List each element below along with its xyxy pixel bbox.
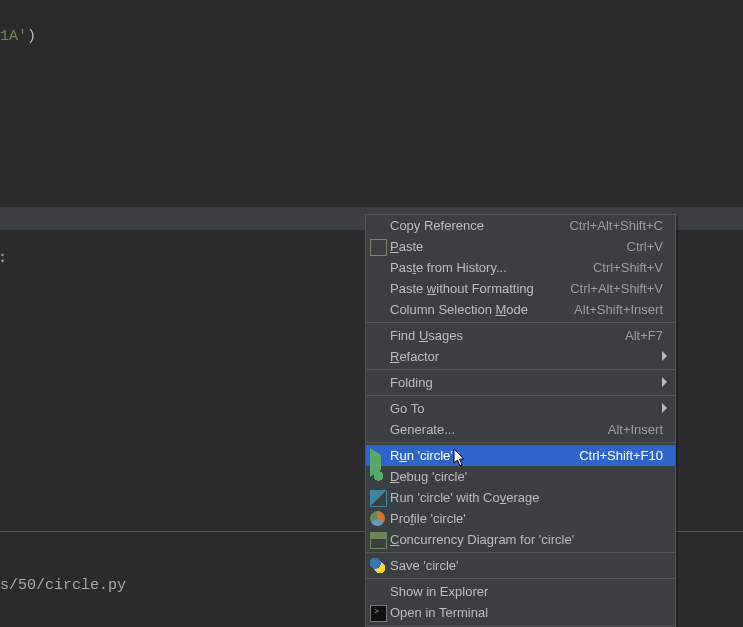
menu-item-label: Folding: [390, 372, 433, 393]
term-icon: [370, 605, 387, 622]
debug-icon: [370, 469, 387, 486]
submenu-arrow-icon: [662, 403, 667, 413]
menu-item-label: Refactor: [390, 346, 439, 367]
code-fragment: 1A'): [0, 28, 36, 45]
menu-item[interactable]: Go To: [366, 398, 675, 419]
concur-icon: [370, 532, 387, 549]
menu-item[interactable]: Paste without FormattingCtrl+Alt+Shift+V: [366, 278, 675, 299]
menu-item[interactable]: Run 'circle' with Coverage: [366, 487, 675, 508]
menu-separator: [366, 625, 675, 626]
menu-item[interactable]: Column Selection ModeAlt+Shift+Insert: [366, 299, 675, 320]
submenu-arrow-icon: [662, 377, 667, 387]
python-icon: [370, 558, 385, 573]
menu-separator: [366, 578, 675, 579]
menu-item-shortcut: Alt+Insert: [608, 419, 663, 440]
menu-item[interactable]: Refactor: [366, 346, 675, 367]
menu-item-label: Run 'circle' with Coverage: [390, 487, 539, 508]
menu-item[interactable]: PasteCtrl+V: [366, 236, 675, 257]
menu-separator: [366, 322, 675, 323]
menu-item-label: Concurrency Diagram for 'circle': [390, 529, 574, 550]
menu-item-label: Paste: [390, 236, 423, 257]
status-path: s/50/circle.py: [0, 577, 126, 594]
menu-separator: [366, 552, 675, 553]
menu-item[interactable]: Open in Terminal: [366, 602, 675, 623]
menu-item[interactable]: Run 'circle'Ctrl+Shift+F10: [366, 445, 675, 466]
menu-item-label: Copy Reference: [390, 215, 484, 236]
menu-item[interactable]: Profile 'circle': [366, 508, 675, 529]
menu-item-shortcut: Ctrl+Shift+V: [593, 257, 663, 278]
menu-item[interactable]: Show in Explorer: [366, 581, 675, 602]
paste-icon: [370, 239, 387, 256]
submenu-arrow-icon: [662, 351, 667, 361]
menu-item-shortcut: Alt+Shift+Insert: [574, 299, 663, 320]
menu-item-label: Run 'circle': [390, 445, 453, 466]
menu-item[interactable]: Folding: [366, 372, 675, 393]
menu-item-label: Go To: [390, 398, 424, 419]
menu-separator: [366, 395, 675, 396]
menu-item[interactable]: Concurrency Diagram for 'circle': [366, 529, 675, 550]
menu-item-shortcut: Ctrl+Alt+Shift+C: [569, 215, 663, 236]
menu-item-shortcut: Ctrl+V: [627, 236, 663, 257]
menu-item-label: Column Selection Mode: [390, 299, 528, 320]
menu-item-label: Debug 'circle': [390, 466, 467, 487]
panel-text-fragment: :: [0, 248, 7, 266]
profile-icon: [370, 511, 385, 526]
menu-item-label: Find Usages: [390, 325, 463, 346]
menu-item-label: Save 'circle': [390, 555, 459, 576]
menu-item[interactable]: Copy ReferenceCtrl+Alt+Shift+C: [366, 215, 675, 236]
menu-item-shortcut: Ctrl+Shift+F10: [579, 445, 663, 466]
menu-item-shortcut: Alt+F7: [625, 325, 663, 346]
menu-item-label: Profile 'circle': [390, 508, 466, 529]
menu-item-label: Open in Terminal: [390, 602, 488, 623]
menu-item[interactable]: Paste from History...Ctrl+Shift+V: [366, 257, 675, 278]
editor-area[interactable]: 1A'): [0, 0, 743, 207]
menu-item-shortcut: Ctrl+Alt+Shift+V: [570, 278, 663, 299]
menu-item-label: Paste without Formatting: [390, 278, 534, 299]
menu-item-label: Paste from History...: [390, 257, 507, 278]
code-token-paren: ): [27, 28, 36, 45]
menu-item[interactable]: Generate...Alt+Insert: [366, 419, 675, 440]
menu-item-label: Show in Explorer: [390, 581, 488, 602]
menu-item-label: Generate...: [390, 419, 455, 440]
menu-separator: [366, 369, 675, 370]
cover-icon: [370, 490, 387, 507]
menu-item[interactable]: Find UsagesAlt+F7: [366, 325, 675, 346]
menu-item[interactable]: Save 'circle': [366, 555, 675, 576]
code-token-string: 1A': [0, 28, 27, 45]
menu-item[interactable]: Debug 'circle': [366, 466, 675, 487]
context-menu[interactable]: Copy ReferenceCtrl+Alt+Shift+CPasteCtrl+…: [365, 214, 676, 627]
menu-separator: [366, 442, 675, 443]
